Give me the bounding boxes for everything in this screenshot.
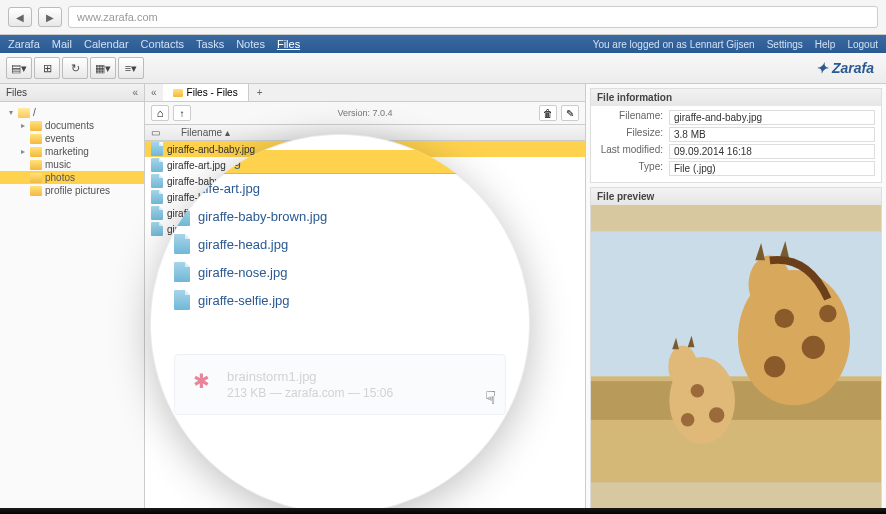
home-button[interactable]: ⌂: [151, 105, 169, 121]
file-preview-header: File preview: [591, 188, 881, 205]
settings-link[interactable]: Settings: [767, 39, 803, 50]
value-filename: giraffe-and-baby.jpg: [669, 110, 875, 125]
file-info-panel: File information Filename:giraffe-and-ba…: [590, 88, 882, 183]
folder-icon: [30, 121, 42, 131]
up-arrow-icon: ↑: [180, 108, 185, 119]
column-header: ▭ Filename ▴: [145, 125, 585, 141]
svg-point-13: [681, 413, 695, 427]
tab-files[interactable]: Files - Files: [163, 84, 249, 101]
folder-icon: [173, 89, 183, 97]
tree-profile-pictures[interactable]: profile pictures: [0, 184, 144, 197]
value-filesize: 3.8 MB: [669, 127, 875, 142]
label-filesize: Filesize:: [597, 127, 669, 142]
edit-button[interactable]: ✎: [561, 105, 579, 121]
menu-tasks[interactable]: Tasks: [196, 38, 224, 50]
folder-icon: [30, 160, 42, 170]
file-toolbar: ⌂ ↑ Version: 7.0.4 🗑 ✎: [145, 102, 585, 125]
up-button[interactable]: ↑: [173, 105, 191, 121]
fileview-collapse-button[interactable]: «: [145, 87, 163, 98]
refresh-icon: ↻: [71, 62, 80, 75]
value-modified: 09.09.2014 16:18: [669, 144, 875, 159]
new-button[interactable]: ▤▾: [6, 57, 32, 79]
file-row[interactable]: giraffe-selfie.jpg: [145, 221, 585, 237]
pencil-icon: ✎: [566, 108, 574, 119]
menu-contacts[interactable]: Contacts: [141, 38, 184, 50]
svg-rect-2: [591, 381, 881, 420]
home-icon: ⌂: [157, 107, 164, 119]
details-view-icon: ⊞: [43, 62, 52, 75]
file-row[interactable]: giraffe-nose.jpg: [145, 205, 585, 221]
main-toolbar: ▤▾ ⊞ ↻ ▦▾ ≡▾ ✦ Zarafa: [0, 53, 886, 84]
file-row[interactable]: giraffe-baby-brown.jpg: [145, 173, 585, 189]
file-row[interactable]: giraffe-and-baby.jpg: [145, 141, 585, 157]
folder-icon: [18, 108, 30, 118]
tree-photos[interactable]: photos: [0, 171, 144, 184]
tab-add-button[interactable]: +: [249, 85, 271, 100]
tree-root[interactable]: ▾/: [0, 106, 144, 119]
tree-music[interactable]: music: [0, 158, 144, 171]
nav-forward-button[interactable]: ▶: [38, 7, 62, 27]
preview-image: [591, 205, 881, 509]
file-list: giraffe-and-baby.jpg giraffe-art.jpg gir…: [145, 141, 585, 514]
label-type: Type:: [597, 161, 669, 176]
view-details-button[interactable]: ⊞: [34, 57, 60, 79]
icons-view-icon: ▦▾: [95, 62, 111, 75]
svg-point-5: [775, 309, 794, 328]
file-preview-panel: File preview: [590, 187, 882, 510]
svg-point-12: [709, 407, 724, 422]
svg-point-11: [691, 384, 705, 398]
nav-back-button[interactable]: ◀: [8, 7, 32, 27]
menu-notes[interactable]: Notes: [236, 38, 265, 50]
column-filename[interactable]: Filename ▴: [181, 127, 230, 138]
view-list-button[interactable]: ≡▾: [118, 57, 144, 79]
file-row[interactable]: giraffe-head.jpg: [145, 189, 585, 205]
file-row[interactable]: giraffe-art.jpg: [145, 157, 585, 173]
folder-icon: [30, 186, 42, 196]
folder-tree: ▾/ ▸documents events ▸marketing music ph…: [0, 102, 144, 201]
tree-documents[interactable]: ▸documents: [0, 119, 144, 132]
menu-files[interactable]: Files: [277, 38, 300, 50]
svg-point-8: [819, 305, 836, 322]
tabstrip: « Files - Files +: [145, 84, 585, 102]
label-modified: Last modified:: [597, 144, 669, 159]
folder-icon: [30, 134, 42, 144]
folder-plus-icon: ▤▾: [11, 62, 27, 75]
browser-chrome: ◀ ▶ www.zarafa.com: [0, 0, 886, 35]
refresh-button[interactable]: ↻: [62, 57, 88, 79]
column-type-icon[interactable]: ▭: [151, 127, 163, 138]
image-file-icon: [151, 222, 163, 236]
menu-calendar[interactable]: Calendar: [84, 38, 129, 50]
app-menubar: Zarafa Mail Calendar Contacts Tasks Note…: [0, 35, 886, 53]
details-panel: File information Filename:giraffe-and-ba…: [586, 84, 886, 514]
delete-button[interactable]: 🗑: [539, 105, 557, 121]
image-file-icon: [151, 142, 163, 156]
version-label: Version: 7.0.4: [337, 108, 392, 118]
sidebar: Files « ▾/ ▸documents events ▸marketing …: [0, 84, 145, 514]
brand-logo: ✦ Zarafa: [816, 60, 880, 76]
device-edge: [0, 508, 886, 514]
file-view: « Files - Files + ⌂ ↑ Version: 7.0.4 🗑 ✎…: [145, 84, 586, 514]
url-bar[interactable]: www.zarafa.com: [68, 6, 878, 28]
sidebar-title: Files: [6, 87, 27, 98]
file-info-header: File information: [591, 89, 881, 106]
folder-icon: [30, 173, 42, 183]
list-view-icon: ≡▾: [125, 62, 137, 75]
tree-marketing[interactable]: ▸marketing: [0, 145, 144, 158]
trash-icon: 🗑: [543, 108, 553, 119]
image-file-icon: [151, 174, 163, 188]
tree-events[interactable]: events: [0, 132, 144, 145]
help-link[interactable]: Help: [815, 39, 836, 50]
sidebar-collapse-button[interactable]: «: [132, 87, 138, 98]
menu-mail[interactable]: Mail: [52, 38, 72, 50]
view-icons-button[interactable]: ▦▾: [90, 57, 116, 79]
menu-zarafa[interactable]: Zarafa: [8, 38, 40, 50]
logout-link[interactable]: Logout: [847, 39, 878, 50]
image-file-icon: [151, 190, 163, 204]
main-area: « Files - Files + ⌂ ↑ Version: 7.0.4 🗑 ✎…: [145, 84, 886, 514]
label-filename: Filename:: [597, 110, 669, 125]
sidebar-header: Files «: [0, 84, 144, 102]
image-file-icon: [151, 206, 163, 220]
folder-icon: [30, 147, 42, 157]
svg-point-6: [802, 336, 825, 359]
svg-point-10: [668, 345, 697, 388]
